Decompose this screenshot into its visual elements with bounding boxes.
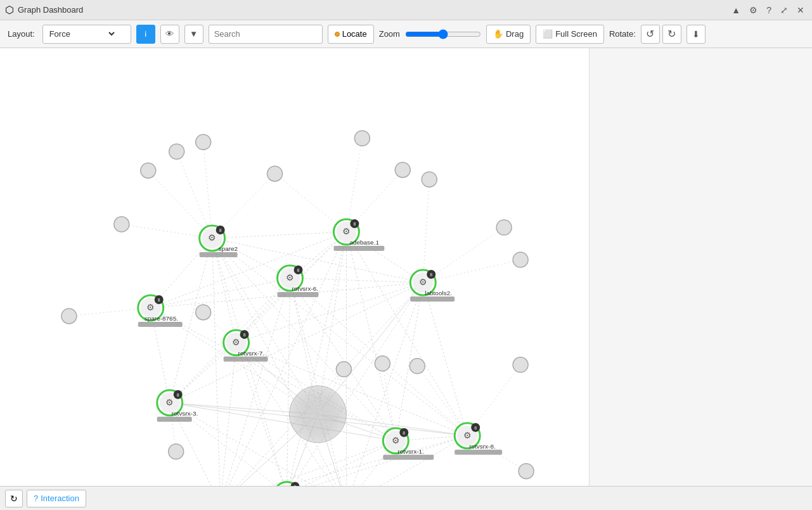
svg-text:⚙: ⚙ [208, 233, 216, 243]
locate-button[interactable]: Locate [328, 25, 374, 44]
svg-text:rotvsrx-6.: rotvsrx-6. [292, 285, 319, 292]
hub-node[interactable] [290, 386, 347, 443]
svg-line-23 [346, 232, 467, 436]
svg-line-53 [423, 260, 520, 283]
close-btn[interactable]: ✕ [794, 4, 807, 16]
svg-text:8: 8 [294, 485, 297, 486]
download-button[interactable]: ⬇ [686, 25, 706, 44]
node-adebase1[interactable]: ⚙ 8 adebase.1 [333, 219, 384, 251]
svg-rect-150 [138, 322, 183, 327]
svg-line-47 [423, 283, 467, 436]
node-rotvsrx3[interactable]: ⚙ 8 rotvsrx-3. [157, 390, 198, 422]
svg-rect-143 [224, 357, 268, 362]
svg-text:8: 8 [243, 333, 246, 337]
svg-point-103 [513, 252, 528, 267]
drag-icon: ✋ [493, 29, 503, 39]
svg-line-30 [423, 179, 429, 283]
expand-btn[interactable]: ⤢ [778, 4, 790, 16]
svg-text:rotvsrx-7.: rotvsrx-7. [238, 350, 265, 357]
info-icon: i [145, 29, 146, 39]
filter-button[interactable]: ▼ [184, 25, 203, 44]
svg-text:⚙: ⚙ [232, 337, 240, 347]
svg-rect-122 [333, 246, 384, 251]
right-panel [590, 48, 812, 486]
help-btn[interactable]: ? [764, 4, 774, 16]
svg-point-102 [496, 220, 512, 235]
refresh-icon: ↻ [10, 494, 18, 504]
svg-line-0 [212, 232, 347, 238]
interaction-help-icon: ? [34, 494, 38, 503]
svg-text:⚙: ⚙ [286, 272, 294, 283]
svg-text:rotvsrx-1.: rotvsrx-1. [397, 448, 424, 455]
node-spare2[interactable]: ⚙ 8 spare2 [200, 226, 238, 257]
svg-point-105 [375, 356, 390, 371]
layout-select-wrapper[interactable]: Force Hierarchical Circle Grid [42, 25, 131, 44]
svg-line-78 [287, 441, 396, 486]
node-labtools2[interactable]: ⚙ 8 labtools2. [410, 270, 454, 302]
svg-point-96 [422, 172, 437, 187]
interaction-label: Interaction [41, 494, 79, 503]
node-rotvsrx8[interactable]: ⚙ 8 rotvsrx-8. [454, 423, 502, 455]
svg-line-13 [203, 142, 212, 238]
window-controls: ▲ ⚙ ? ⤢ ✕ [729, 4, 807, 16]
svg-text:8: 8 [474, 426, 477, 430]
node-rotvsrx6[interactable]: ⚙ 8 rotvsrx-6. [278, 265, 319, 297]
svg-line-12 [177, 151, 212, 238]
svg-line-65 [170, 403, 396, 441]
svg-text:⚙: ⚙ [146, 302, 155, 312]
svg-line-22 [346, 232, 396, 441]
locate-icon [335, 32, 340, 37]
svg-line-14 [148, 170, 212, 238]
drag-label: Drag [506, 29, 524, 39]
svg-point-100 [61, 309, 77, 324]
layout-label: Layout: [8, 29, 35, 39]
rotate-group: ↺ ↻ [641, 25, 681, 44]
rotate-cw-button[interactable]: ↻ [662, 25, 681, 44]
rotate-ccw-button[interactable]: ↺ [641, 25, 660, 44]
svg-text:⚙: ⚙ [342, 226, 351, 236]
interaction-tab[interactable]: ? Interaction [27, 490, 86, 507]
svg-point-109 [513, 357, 528, 373]
fullscreen-icon: ⬜ [543, 29, 553, 39]
rotate-label: Rotate: [609, 29, 636, 39]
minimize-btn[interactable]: ▲ [729, 4, 743, 16]
view-button[interactable]: 👁 [160, 25, 179, 44]
svg-point-104 [409, 359, 425, 374]
svg-point-106 [336, 362, 351, 377]
refresh-button[interactable]: ↻ [5, 490, 23, 507]
app-title: Graph Dashboard [18, 5, 83, 15]
svg-line-43 [236, 283, 423, 343]
svg-text:⚙: ⚙ [463, 430, 472, 440]
svg-line-42 [221, 278, 290, 486]
graph-panel[interactable]: ⚙ 8 spare2 ⚙ 8 adebase.1 [0, 48, 590, 486]
svg-point-95 [395, 162, 410, 177]
filter-icon: ▼ [190, 29, 198, 39]
svg-point-99 [114, 217, 129, 232]
svg-text:8: 8 [403, 431, 405, 435]
search-input[interactable] [214, 29, 303, 39]
svg-text:adebase.1: adebase.1 [349, 239, 379, 246]
node-rotvsrx7[interactable]: ⚙ 8 rotvsrx-7. [224, 330, 268, 362]
svg-text:8: 8 [430, 272, 432, 277]
node-spare8765[interactable]: ⚙ 8 spare-8765. [138, 295, 183, 327]
fullscreen-label: Full Screen [555, 29, 597, 39]
svg-text:8: 8 [177, 393, 179, 397]
fullscreen-button[interactable]: ⬜ Full Screen [536, 25, 604, 44]
svg-line-83 [221, 436, 468, 486]
svg-text:⚙: ⚙ [392, 435, 400, 445]
layout-select[interactable]: Force Hierarchical Circle Grid [47, 29, 117, 39]
zoom-slider[interactable] [405, 29, 481, 39]
info-button[interactable]: i [136, 25, 155, 44]
search-box[interactable] [209, 25, 323, 44]
graph-canvas: ⚙ 8 spare2 ⚙ 8 adebase.1 [0, 48, 589, 486]
svg-text:spare2: spare2 [219, 245, 238, 252]
svg-rect-136 [410, 296, 454, 302]
svg-line-56 [236, 343, 468, 436]
drag-button[interactable]: ✋ Drag [486, 25, 531, 44]
svg-line-60 [221, 343, 236, 486]
settings-btn[interactable]: ⚙ [747, 4, 760, 16]
graph-svg: ⚙ 8 spare2 ⚙ 8 adebase.1 [0, 48, 589, 486]
node-rotvsrx1[interactable]: ⚙ 8 rotvsrx-1. [383, 428, 434, 460]
svg-rect-171 [454, 450, 502, 455]
svg-line-21 [170, 232, 347, 403]
